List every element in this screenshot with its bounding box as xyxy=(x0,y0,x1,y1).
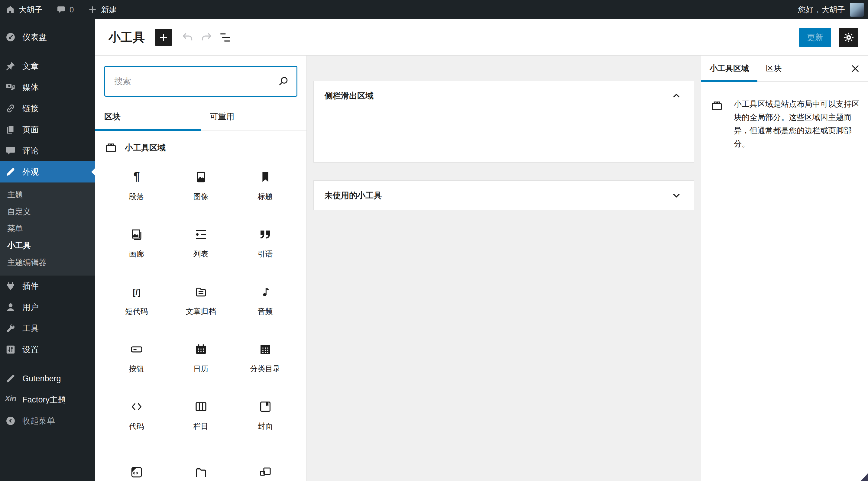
shortcode-icon: [/] xyxy=(129,285,144,299)
block-type-item[interactable]: ¶ 段落 xyxy=(104,157,168,214)
block-grid-partial-row xyxy=(95,444,306,481)
archive-icon xyxy=(194,285,208,299)
block-type-item[interactable]: 分类目录 xyxy=(233,329,298,386)
sidebar-item[interactable]: 工具 xyxy=(0,318,95,339)
site-name: 大胡子 xyxy=(19,4,42,15)
site-menu-item[interactable]: 大胡子 xyxy=(5,4,42,15)
avatar[interactable] xyxy=(850,3,864,17)
submenu-item-label: 小工具 xyxy=(7,240,31,251)
block-type-item[interactable] xyxy=(168,444,233,481)
screen: 大胡子 0 新建 您好，大胡子 仪表盘 文章 xyxy=(0,0,868,481)
sidebar-item-appearance[interactable]: 外观 xyxy=(0,161,95,183)
sidebar-item-label: 仪表盘 xyxy=(22,32,47,42)
sidebar-item[interactable]: 用户 xyxy=(0,297,95,318)
admin-bar-right: 您好，大胡子 xyxy=(798,3,868,17)
settings-sidebar: 小工具区域 区块 小工具区域是站点布局中可以支持区块的全局部分。这些区域因主题而… xyxy=(701,56,868,481)
cover-icon xyxy=(258,399,273,414)
sidebar-item[interactable]: 文章 xyxy=(0,56,95,77)
list-view-button[interactable] xyxy=(217,30,233,45)
submenu-item-label: 自定义 xyxy=(7,206,31,217)
submenu-item[interactable]: 主题 xyxy=(0,186,95,203)
block-type-label: 日历 xyxy=(193,364,209,374)
block-type-item[interactable]: 日历 xyxy=(168,329,233,386)
code-icon xyxy=(129,399,144,414)
audio-icon xyxy=(258,285,273,299)
pages-icon xyxy=(5,124,16,135)
list-view-icon xyxy=(218,31,232,44)
collapse-menu-item[interactable]: 收起菜单 xyxy=(0,410,95,431)
block-type-item[interactable]: 画廊 xyxy=(104,214,168,271)
redo-icon xyxy=(199,31,213,44)
block-type-item[interactable]: 栏目 xyxy=(168,386,233,444)
block-type-item[interactable]: 音频 xyxy=(233,271,298,329)
sidebar-item[interactable]: 评论 xyxy=(0,140,95,161)
paragraph-icon: ¶ xyxy=(129,170,144,184)
block-type-label: 封面 xyxy=(258,421,273,431)
sidebar-item[interactable]: 媒体 xyxy=(0,77,95,98)
settings-toggle-button[interactable] xyxy=(839,28,858,47)
media-icon xyxy=(5,82,16,93)
settings-tab[interactable]: 区块 xyxy=(757,56,790,82)
block-type-item[interactable] xyxy=(104,444,168,481)
submenu-item-label: 菜单 xyxy=(7,223,23,234)
sidebar-item[interactable]: 仪表盘 xyxy=(0,27,95,48)
svg-text:[/]: [/] xyxy=(133,287,140,296)
page-title: 小工具 xyxy=(108,29,145,45)
sidebar-item[interactable]: Xin Factory主题 xyxy=(0,389,95,410)
gear-icon xyxy=(842,31,855,44)
block-type-item[interactable]: 按钮 xyxy=(104,329,168,386)
close-settings-button[interactable] xyxy=(848,61,863,76)
sidebar-item-label: 链接 xyxy=(22,103,39,114)
undo-button[interactable] xyxy=(180,30,195,45)
sidebar-item[interactable]: 插件 xyxy=(0,276,95,297)
block-type-label: 分类目录 xyxy=(250,364,280,374)
block-type-item[interactable]: 文章归档 xyxy=(168,271,233,329)
submenu-item[interactable]: 菜单 xyxy=(0,220,95,237)
user-greeting[interactable]: 您好，大胡子 xyxy=(798,4,845,15)
inserter-tab[interactable]: 可重用 xyxy=(201,103,307,130)
redo-button[interactable] xyxy=(198,30,214,45)
links-icon xyxy=(5,103,16,114)
block-type-item[interactable] xyxy=(233,444,298,481)
block-type-item[interactable]: 封面 xyxy=(233,386,298,444)
widget-area-body[interactable] xyxy=(314,110,694,162)
editor-body: 区块 可重用 小工具区域 ¶ 段落 图像 xyxy=(95,56,868,481)
widget-area-card: 未使用的小工具 xyxy=(313,181,694,210)
widget-area-header[interactable]: 未使用的小工具 xyxy=(314,181,694,210)
sidebar-item[interactable]: 链接 xyxy=(0,98,95,119)
block-type-item[interactable]: 标题 xyxy=(233,157,298,214)
block-type-item[interactable]: [/] 短代码 xyxy=(104,271,168,329)
widget-area-header[interactable]: 侧栏滑出区域 xyxy=(314,81,694,110)
add-block-button[interactable] xyxy=(155,29,172,46)
submenu-item[interactable]: 主题编辑器 xyxy=(0,254,95,271)
quote-icon xyxy=(258,227,273,242)
search-icon xyxy=(276,74,291,89)
comments-menu-item[interactable]: 0 xyxy=(56,5,74,14)
settings-tab[interactable]: 小工具区域 xyxy=(701,56,757,82)
sidebar-item-label: Gutenberg xyxy=(22,374,61,383)
submenu-item[interactable]: 小工具 xyxy=(0,237,95,254)
block-type-item[interactable]: 列表 xyxy=(168,214,233,271)
editor-header: 小工具 更新 xyxy=(95,19,868,56)
sidebar-item-label: Factory主题 xyxy=(22,394,66,405)
block-type-label: 标题 xyxy=(258,192,273,201)
settings-tabs: 小工具区域 区块 xyxy=(701,56,868,82)
block-type-item[interactable]: 代码 xyxy=(104,386,168,444)
new-content-menu-item[interactable]: 新建 xyxy=(88,4,117,15)
close-icon xyxy=(849,62,862,75)
comments-count: 0 xyxy=(69,5,74,14)
widget-area-card: 侧栏滑出区域 xyxy=(313,81,694,163)
submenu-item[interactable]: 自定义 xyxy=(0,203,95,220)
sidebar-item[interactable]: 设置 xyxy=(0,339,95,360)
search-input[interactable] xyxy=(104,66,298,97)
block-type-item[interactable]: 图像 xyxy=(168,157,233,214)
header-actions: 更新 xyxy=(799,28,858,47)
inserter-tab[interactable]: 区块 xyxy=(95,103,201,130)
sidebar-item[interactable]: 页面 xyxy=(0,119,95,140)
sidebar-item[interactable]: Gutenberg xyxy=(0,368,95,389)
block-type-item[interactable]: 引语 xyxy=(233,214,298,271)
columns-icon xyxy=(194,399,208,414)
block-type-label: 音频 xyxy=(258,307,273,316)
widget-area-title: 未使用的小工具 xyxy=(324,190,382,201)
update-button[interactable]: 更新 xyxy=(799,28,831,47)
